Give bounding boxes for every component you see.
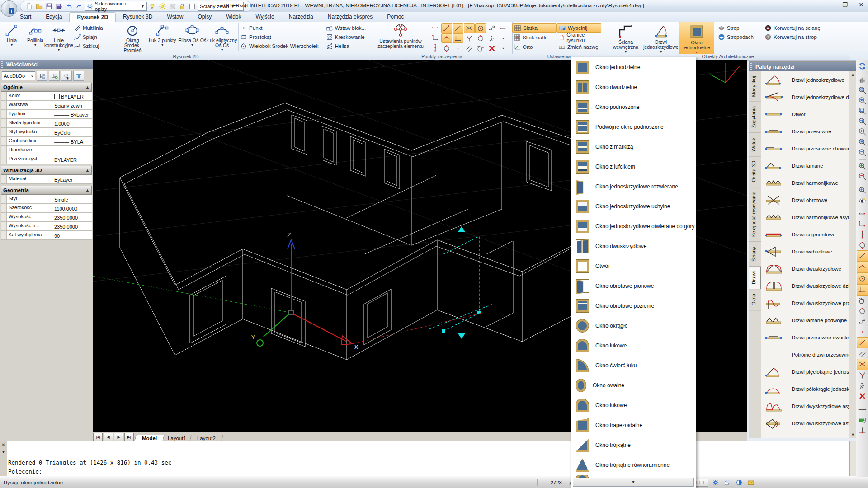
window-type-item[interactable]: Okno łukowe: [571, 336, 696, 356]
palette-tab[interactable]: Orbita 3D: [749, 156, 761, 187]
window-type-item[interactable]: Okno dwuskrzydłowe: [571, 236, 696, 256]
palette-item[interactable]: Drzwi półokrągłe jednoskrzydłowe: [761, 380, 849, 398]
ribbon-small-button[interactable]: Prostokąt: [240, 33, 326, 41]
view-tool-button[interactable]: [857, 182, 868, 185]
view-tool-button[interactable]: [857, 348, 868, 359]
property-row[interactable]: Kolor BYLAYER: [1, 92, 92, 101]
snap-toggle[interactable]: [464, 23, 475, 33]
property-row[interactable]: Kąt wychylenia 90: [1, 231, 92, 240]
qat-button[interactable]: [75, 2, 84, 11]
palette-tab[interactable]: Drzwi: [749, 267, 761, 289]
snap-toggle[interactable]: [498, 43, 509, 53]
window-type-item[interactable]: Okno obrotowe poziome: [571, 296, 696, 316]
collapse-icon[interactable]: ▲: [85, 168, 90, 173]
view-tool-button[interactable]: [857, 185, 868, 195]
window-type-item[interactable]: Okno obrotowe pionowe: [571, 276, 696, 296]
window-type-item[interactable]: Okno ćwierć łuku: [571, 356, 696, 375]
properties-tool-button[interactable]: [61, 71, 72, 81]
snap-toggle[interactable]: [498, 23, 509, 33]
sheet-tab[interactable]: Layout1: [160, 435, 194, 441]
layer-combo[interactable]: Ściany zewn ▼: [198, 2, 244, 11]
ribbon-big-button[interactable]: Okrąg Środek-Promień▾: [118, 22, 147, 57]
property-row[interactable]: Skala typu linii 1.0000: [1, 119, 92, 128]
view-tool-button[interactable]: [857, 116, 868, 127]
window-type-item[interactable]: Okno z markizą: [571, 137, 696, 157]
view-tool-button[interactable]: [857, 296, 868, 306]
ribbon-small-button[interactable]: Helisa: [326, 42, 372, 50]
property-value[interactable]: [52, 146, 92, 155]
window-type-item[interactable]: Okno trójkątne: [571, 435, 696, 455]
tool-palette-title[interactable]: Palety narzędzi: [749, 62, 856, 71]
sheet-nav-button[interactable]: ◀: [104, 433, 113, 441]
snap-toggle[interactable]: [453, 23, 463, 33]
snap-toggle[interactable]: [441, 23, 452, 33]
view-tool-button[interactable]: [857, 106, 868, 116]
view-tool-button[interactable]: [857, 95, 868, 106]
ribbon-big-button[interactable]: Łuk eliptyczny Oś-Oś▾: [207, 22, 237, 57]
property-value[interactable]: ByColor: [52, 128, 92, 136]
snap-toggle[interactable]: [498, 33, 509, 43]
property-value[interactable]: BYLAYER: [52, 155, 92, 164]
view-tool-button[interactable]: [857, 161, 868, 171]
palette-item[interactable]: Drzwi łamane: [761, 157, 849, 174]
property-value[interactable]: 2350.0000: [52, 222, 92, 230]
sheet-nav-button[interactable]: |◀: [93, 433, 103, 441]
palette-item[interactable]: Drzwi segmentowe: [761, 226, 849, 243]
setting-toggle[interactable]: Orto: [512, 42, 557, 52]
window-type-item[interactable]: Podwójne okno podnoszone: [571, 117, 696, 137]
arch-object-button[interactable]: Okno jednodzielne▾: [679, 22, 714, 55]
ribbon-tab[interactable]: Wyjście: [248, 12, 281, 22]
property-row[interactable]: Wysokość 2350.0000: [1, 213, 92, 222]
setting-toggle[interactable]: Wypełnij: [557, 23, 601, 33]
ribbon-small-button[interactable]: Splajn: [74, 33, 114, 41]
ribbon-big-button[interactable]: Linia▾: [0, 22, 24, 52]
window-type-item[interactable]: Okno z lufcikiem: [571, 157, 696, 177]
window-type-item[interactable]: Okno dwudzielne: [571, 77, 696, 97]
scroll-up-icon[interactable]: ▲: [849, 72, 856, 77]
ribbon-tab[interactable]: Pomoc: [380, 12, 411, 22]
status-button[interactable]: [734, 478, 745, 488]
palette-item[interactable]: Drzwi dwuskrzydłowe przeciwsta: [761, 295, 849, 312]
palette-tab[interactable]: Modyfikuj: [749, 71, 761, 102]
qat-button[interactable]: [55, 2, 64, 11]
sheet-nav-button[interactable]: ▶: [114, 433, 123, 441]
property-value[interactable]: ByLayer: [52, 175, 92, 183]
window-type-item[interactable]: Okno trapezoidalne: [571, 415, 696, 435]
palette-item[interactable]: Otwór: [761, 106, 849, 123]
snap-toggle[interactable]: [475, 23, 486, 33]
window-type-item[interactable]: Okno jednoskrzydłowe rozwierane: [571, 177, 696, 197]
palette-item[interactable]: Drzwi obrotowe: [761, 192, 849, 209]
command-window[interactable]: ✕ ▼ Rendered 0 Triangles at (1426 x 816)…: [0, 441, 856, 476]
property-row[interactable]: Przeźroczyst BYLAYER: [1, 155, 92, 164]
ribbon-big-button[interactable]: Linie konstrukcyjne▾: [47, 22, 71, 52]
ribbon-big-button[interactable]: Elipsa Oś-Oś▾: [177, 22, 207, 57]
snap-toggle[interactable]: [441, 43, 452, 53]
snap-toggle[interactable]: [464, 43, 475, 53]
ribbon-tab[interactable]: Widok: [219, 12, 248, 22]
properties-tool-button[interactable]: [49, 71, 60, 81]
view-tool-button[interactable]: [857, 209, 868, 219]
qat-button[interactable]: [35, 2, 44, 11]
view-tool-button[interactable]: [857, 401, 868, 404]
view-tool-button[interactable]: [857, 206, 868, 209]
ribbon-small-button[interactable]: Multilinia: [74, 24, 114, 32]
property-value[interactable]: 90: [52, 231, 92, 239]
qat-button[interactable]: [158, 2, 167, 11]
property-value[interactable]: 1100.0000: [52, 204, 92, 212]
status-button[interactable]: [722, 478, 733, 488]
view-tool-button[interactable]: [857, 85, 868, 95]
property-row[interactable]: Styl Single: [1, 195, 92, 204]
window-type-item[interactable]: Otwór: [571, 256, 696, 276]
palette-item[interactable]: Drzwi dwuskrzydłowe asymetrycz...: [761, 415, 849, 432]
window-type-item[interactable]: Okno jednoskrzydłowe otwierane do góry: [571, 216, 696, 236]
sheet-nav-button[interactable]: ▶|: [124, 433, 134, 441]
snap-toggle[interactable]: [429, 24, 441, 32]
palette-item[interactable]: Drzwi przesuwne dwuskrzydłowe ...: [761, 329, 849, 346]
qat-button[interactable]: [45, 2, 54, 11]
palette-tab[interactable]: Okna: [749, 289, 761, 310]
ribbon-tab[interactable]: Wstaw: [160, 12, 190, 22]
status-button[interactable]: [745, 478, 756, 488]
ribbon-tab[interactable]: Opisy: [190, 12, 219, 22]
ribbon-tab[interactable]: Narzędzia ekspres: [321, 12, 380, 22]
maximize-button[interactable]: ❐: [840, 1, 850, 8]
